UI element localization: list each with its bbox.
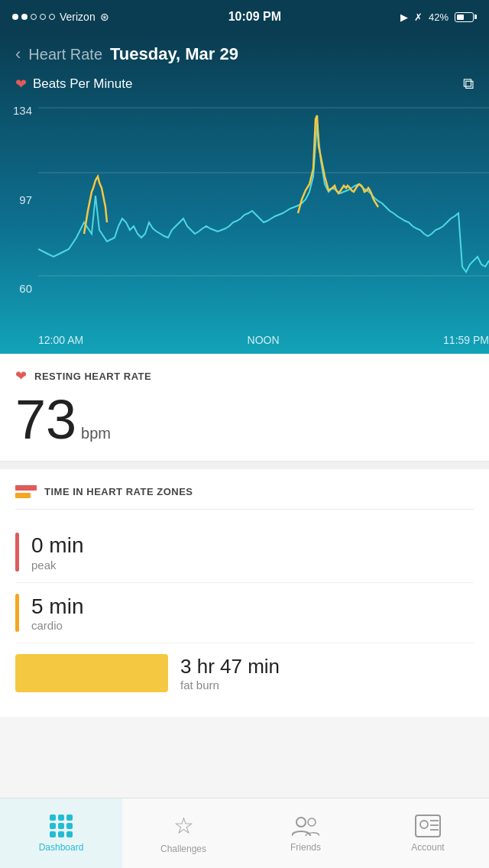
heart-icon: ❤ (15, 76, 27, 92)
cardio-info: 5 min cardio (31, 594, 474, 633)
bluetooth-icon: ✗ (414, 11, 423, 23)
zones-section-title: TIME IN HEART RATE ZONES (44, 486, 193, 497)
g6 (66, 823, 73, 829)
battery-label: 42% (429, 11, 449, 23)
content-section: ❤ RESTING HEART RATE 73 bpm TIME IN HEAR… (0, 354, 489, 717)
dot-4 (40, 14, 46, 20)
nav-item-friends[interactable]: Friends (244, 798, 367, 868)
friends-icon (292, 815, 319, 837)
cardio-name: cardio (31, 619, 474, 632)
zone-row-peak: 0 min peak (15, 522, 474, 583)
resting-section-title: RESTING HEART RATE (34, 371, 151, 382)
bottom-nav: Dashboard ☆ Challenges Friends Account (0, 798, 489, 868)
y-label-97: 97 (0, 193, 38, 206)
resting-hr-section: ❤ RESTING HEART RATE 73 bpm (0, 354, 489, 462)
location-icon: ▶ (400, 11, 408, 23)
svg-point-6 (420, 821, 428, 828)
page-title: Tuesday, Mar 29 (110, 44, 238, 64)
g5 (58, 823, 64, 829)
resting-unit: bpm (81, 425, 111, 442)
zones-section: TIME IN HEART RATE ZONES 0 min peak 5 mi… (0, 469, 489, 717)
chart-y-labels: 134 97 60 (0, 100, 38, 299)
chart-label-row: ❤ Beats Per Minute ⧉ (0, 72, 489, 92)
resting-heart-icon: ❤ (15, 368, 27, 384)
peak-name: peak (31, 559, 474, 572)
dashboard-icon (50, 815, 73, 837)
carrier-label: Verizon (60, 11, 96, 23)
fatburn-info: 3 hr 47 min fat burn (180, 655, 280, 691)
chart-x-labels: 12:00 AM NOON 11:59 PM (0, 329, 489, 354)
challenges-icon: ☆ (173, 812, 194, 839)
heart-rate-chart (38, 100, 489, 306)
bpm-text: Beats Per Minute (33, 76, 132, 92)
x-label-noon: NOON (248, 334, 280, 346)
section-divider (0, 462, 489, 469)
bottom-spacer (0, 717, 489, 787)
nav-label-friends: Friends (290, 842, 321, 853)
dot-5 (49, 14, 55, 20)
resting-number: 73 (15, 392, 76, 447)
status-right: ▶ ✗ 42% (400, 11, 477, 23)
y-label-134: 134 (0, 104, 38, 117)
nav-item-dashboard[interactable]: Dashboard (0, 798, 122, 868)
status-left: Verizon ⊛ (12, 11, 109, 23)
zones-icon-bar-1 (15, 485, 37, 491)
expand-icon[interactable]: ⧉ (463, 75, 474, 92)
g4 (50, 823, 56, 829)
fatburn-value: 3 hr 47 min (180, 655, 280, 679)
fatburn-name: fat burn (180, 679, 280, 691)
fatburn-bar-visual (15, 654, 168, 692)
wifi-icon: ⊛ (100, 11, 109, 23)
resting-value: 73 bpm (15, 392, 474, 447)
nav-item-account[interactable]: Account (367, 798, 489, 868)
svg-point-3 (296, 818, 306, 827)
peak-info: 0 min peak (31, 533, 474, 572)
x-label-end: 11:59 PM (443, 334, 489, 346)
zone-row-fatburn: 3 hr 47 min fat burn (15, 643, 474, 703)
peak-bar-indicator (15, 533, 19, 572)
bpm-label: ❤ Beats Per Minute (15, 76, 132, 92)
nav-label-dashboard: Dashboard (39, 842, 84, 853)
g7 (50, 831, 56, 837)
back-arrow-icon[interactable]: ‹ (15, 46, 21, 63)
chart-container: 134 97 60 (0, 92, 489, 329)
time-label: 10:09 PM (228, 10, 281, 24)
chart-section: ‹ Heart Rate Tuesday, Mar 29 ❤ Beats Per… (0, 34, 489, 354)
page-header: ‹ Heart Rate Tuesday, Mar 29 (0, 34, 489, 72)
g3 (66, 815, 73, 821)
nav-label-account: Account (411, 842, 444, 853)
y-label-60: 60 (0, 282, 38, 295)
zone-row-cardio: 5 min cardio (15, 583, 474, 644)
dot-3 (31, 14, 37, 20)
page-subtitle: Heart Rate (28, 46, 102, 63)
svg-point-4 (308, 818, 316, 826)
g9 (66, 831, 73, 837)
g1 (50, 815, 56, 821)
zones-icon (15, 483, 37, 500)
cardio-value: 5 min (31, 594, 474, 620)
nav-label-challenges: Challenges (160, 844, 206, 854)
status-bar: Verizon ⊛ 10:09 PM ▶ ✗ 42% (0, 0, 489, 34)
resting-header: ❤ RESTING HEART RATE (15, 368, 474, 384)
g2 (58, 815, 64, 821)
zones-icon-bar-2 (15, 493, 31, 498)
g8 (58, 831, 64, 837)
chart-svg (38, 100, 489, 306)
nav-item-challenges[interactable]: ☆ Challenges (122, 798, 244, 868)
cardio-bar-indicator (15, 594, 19, 633)
peak-value: 0 min (31, 533, 474, 559)
battery-icon (455, 12, 477, 22)
signal-dots (12, 14, 55, 20)
account-icon (415, 815, 441, 837)
dot-2 (21, 14, 28, 20)
x-label-start: 12:00 AM (38, 334, 83, 346)
dot-1 (12, 14, 18, 20)
zones-header: TIME IN HEART RATE ZONES (15, 483, 474, 510)
